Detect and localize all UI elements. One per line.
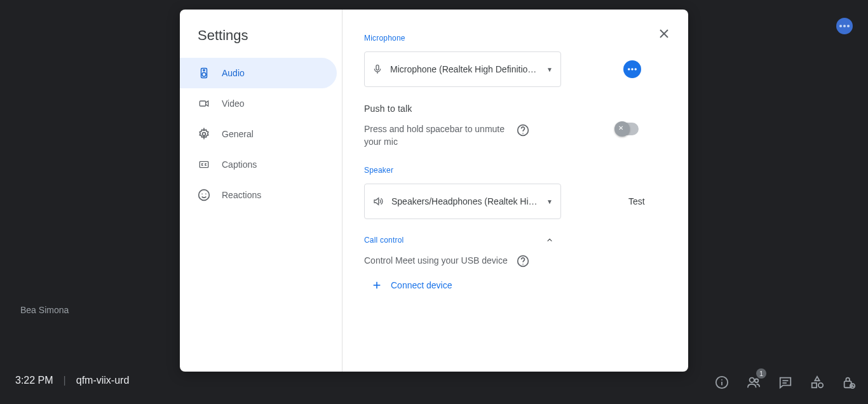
svg-point-31 (522, 133, 524, 134)
connect-device-button[interactable]: Connect device (364, 280, 667, 290)
settings-title: Settings (180, 27, 342, 58)
help-button[interactable] (517, 124, 529, 137)
mic-level-indicator[interactable] (623, 60, 641, 78)
divider: | (64, 375, 66, 386)
svg-point-27 (628, 68, 630, 71)
push-to-talk-title: Push to talk (364, 104, 667, 114)
info-icon (715, 375, 729, 389)
videocam-icon (198, 98, 210, 109)
svg-point-2 (847, 25, 850, 27)
people-button[interactable]: 1 (746, 375, 761, 390)
mic-icon (372, 64, 383, 75)
svg-point-23 (205, 194, 207, 195)
svg-rect-18 (200, 101, 205, 106)
meeting-info-bar: 3:22 PM | qfm-viix-urd (15, 375, 129, 386)
chat-button[interactable] (778, 375, 793, 390)
connect-device-label: Connect device (391, 280, 452, 290)
tab-audio[interactable]: Audio (180, 58, 337, 88)
collapse-button[interactable] (545, 237, 555, 243)
people-count-badge: 1 (756, 368, 766, 379)
shapes-icon (810, 375, 824, 389)
clock-time: 3:22 PM (15, 375, 53, 386)
tab-label: Video (222, 98, 245, 109)
speaker-icon (198, 66, 210, 80)
participant-name: Bea Simona (20, 305, 69, 315)
svg-point-33 (522, 264, 524, 265)
svg-point-16 (202, 72, 206, 76)
settings-sidebar: Settings Audio Video General (180, 10, 342, 372)
plus-icon (372, 280, 382, 290)
tab-label: Audio (222, 68, 245, 78)
captions-icon (198, 159, 210, 170)
close-icon (658, 28, 670, 39)
push-to-talk-description: Press and hold spacebar to unmute your m… (364, 123, 508, 148)
speaker-select[interactable]: Speakers/Headphones (Realtek Hig… ▼ (364, 184, 561, 219)
tab-captions[interactable]: Captions (180, 149, 337, 180)
help-icon (517, 124, 529, 137)
gear-icon (198, 128, 210, 140)
close-button[interactable] (651, 21, 677, 46)
settings-content: Microphone Microphone (Realtek High Defi… (342, 10, 688, 372)
svg-point-19 (203, 133, 206, 136)
svg-point-0 (839, 25, 842, 27)
more-horizontal-icon (628, 68, 637, 71)
tab-video[interactable]: Video (180, 88, 337, 119)
svg-point-22 (201, 194, 203, 195)
tab-label: Captions (222, 159, 257, 170)
toggle-off-icon: ✕ (618, 125, 623, 131)
svg-point-7 (755, 379, 759, 383)
help-button[interactable] (517, 255, 529, 267)
microphone-label: Microphone (364, 34, 667, 43)
chat-icon (778, 375, 792, 389)
tab-general[interactable]: General (180, 119, 337, 149)
emoji-icon (198, 189, 210, 201)
tab-label: General (222, 129, 254, 139)
call-control-label: Call control (364, 236, 403, 245)
test-speaker-button[interactable]: Test (628, 196, 645, 206)
host-controls-button[interactable] (841, 375, 857, 390)
microphone-value: Microphone (Realtek High Definitio… (390, 64, 539, 74)
svg-point-1 (843, 25, 846, 27)
svg-point-6 (750, 378, 754, 382)
svg-point-21 (199, 190, 210, 201)
more-options-bubble[interactable] (836, 18, 853, 34)
meeting-code: qfm-viix-urd (76, 375, 130, 386)
svg-point-11 (818, 383, 823, 387)
more-horizontal-icon (839, 25, 850, 27)
chevron-down-icon: ▼ (546, 198, 553, 205)
svg-rect-10 (812, 383, 817, 387)
svg-point-29 (635, 68, 637, 71)
svg-point-28 (631, 68, 634, 71)
microphone-select[interactable]: Microphone (Realtek High Definitio… ▼ (364, 51, 561, 87)
push-to-talk-toggle[interactable]: ✕ (616, 123, 639, 135)
meeting-details-button[interactable] (714, 375, 729, 390)
tab-reactions[interactable]: Reactions (180, 180, 337, 210)
lock-person-icon (842, 375, 856, 389)
speaker-value: Speakers/Headphones (Realtek Hig… (391, 196, 539, 206)
svg-rect-20 (200, 161, 208, 167)
help-icon (517, 255, 529, 267)
svg-point-17 (203, 69, 205, 71)
svg-point-14 (852, 384, 853, 386)
bottom-right-panel-buttons: 1 (714, 375, 857, 390)
tab-label: Reactions (222, 190, 261, 200)
settings-dialog: Settings Audio Video General (180, 10, 688, 372)
chevron-up-icon (545, 237, 555, 243)
volume-icon (372, 196, 384, 206)
chevron-down-icon: ▼ (546, 66, 553, 73)
activities-button[interactable] (810, 375, 825, 390)
svg-point-5 (721, 379, 722, 380)
svg-rect-26 (376, 65, 379, 70)
speaker-label: Speaker (364, 166, 667, 175)
call-control-description: Control Meet using your USB device (364, 255, 508, 266)
